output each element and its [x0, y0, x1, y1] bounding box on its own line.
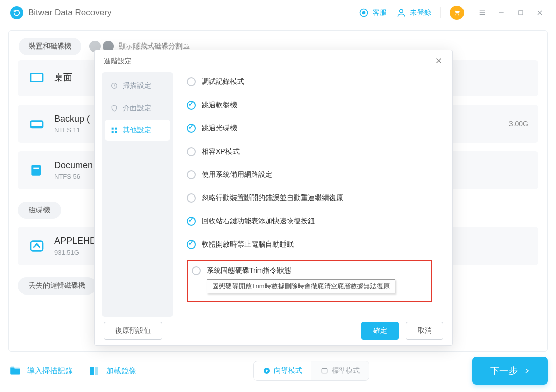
disk-icon: [28, 161, 46, 179]
shield-icon: [110, 104, 119, 113]
tab-label: 掃描設定: [123, 81, 151, 90]
titlebar-right: 客服 未登錄: [358, 6, 546, 20]
item-sub: NTFS 56: [54, 173, 93, 180]
item-title: APPLEHD: [54, 236, 97, 247]
radio-checked-icon: [187, 240, 196, 249]
app-logo-icon: [10, 6, 23, 19]
item-title: Backup (: [54, 114, 90, 124]
opt-label: 忽略行動裝置斷開的錯誤並自動重連繼續復原: [202, 193, 343, 203]
item-size: 3.00G: [509, 120, 528, 128]
folder-icon: [8, 364, 22, 378]
dialog-title: 進階設定: [104, 57, 132, 66]
svg-rect-10: [31, 241, 43, 251]
load-image-link[interactable]: 加載鏡像: [87, 364, 136, 378]
login-label: 未登錄: [410, 8, 431, 17]
standard-mode-button[interactable]: 標準模式: [311, 361, 369, 380]
clock-icon: [110, 81, 119, 90]
item-title: Documen: [54, 160, 93, 171]
chevron-right-icon: [524, 367, 530, 374]
app-title: Bitwar Data Recovery: [28, 8, 111, 18]
svg-rect-16: [112, 128, 114, 130]
tab-scan-settings[interactable]: 掃描設定: [105, 75, 170, 96]
support-icon: [358, 7, 369, 18]
section-drives: 磁碟機: [18, 202, 61, 219]
wizard-label: 向導模式: [274, 366, 302, 375]
item-title: 桌面: [54, 71, 72, 83]
close-icon: [434, 56, 443, 65]
radio-icon: [187, 193, 196, 203]
next-label: 下一步: [490, 365, 518, 377]
close-icon[interactable]: [534, 7, 546, 19]
opt-label: 軟體開啟時禁止電腦自動睡眠: [202, 240, 294, 249]
radio-icon: [187, 147, 196, 156]
highlighted-option: 系統固態硬碟Trim指令狀態 固態硬碟開啟Trim時數據刪除時會徹底清空底層數據…: [187, 260, 432, 302]
login-link[interactable]: 未登錄: [396, 7, 431, 18]
support-label: 客服: [373, 8, 387, 17]
tab-ui-settings[interactable]: 介面設定: [105, 97, 170, 119]
opt-label: 系統固態硬碟Trim指令狀態: [207, 266, 291, 275]
opt-recycle-context[interactable]: 回收站右鍵功能表添加快速恢復按鈕: [187, 217, 432, 226]
opt-label: 跳過軟盤機: [202, 101, 237, 110]
dialog-footer: 復原預設值 確定 取消: [95, 317, 452, 345]
opt-label: 相容XP模式: [202, 147, 240, 156]
wizard-mode-button[interactable]: 向導模式: [254, 361, 311, 380]
support-link[interactable]: 客服: [358, 7, 387, 18]
dialog-close-button[interactable]: [434, 56, 443, 67]
settings-list: 調試記錄模式 跳過軟盤機 跳過光碟機 相容XP模式 使用系統備用網路設定 忽略行…: [173, 72, 445, 317]
settings-side-tabs: 掃描設定 介面設定 其他設定: [102, 72, 173, 317]
opt-skip-floppy[interactable]: 跳過軟盤機: [187, 101, 432, 110]
trim-tooltip: 固態硬碟開啟Trim時數據刪除時會徹底清空底層數據無法復原: [207, 279, 395, 293]
ok-button[interactable]: 確定: [361, 322, 399, 340]
tab-devices[interactable]: 裝置和磁碟機: [19, 38, 81, 55]
radio-checked-icon: [187, 217, 196, 226]
svg-rect-3: [519, 10, 523, 14]
radio-icon: [187, 77, 196, 86]
svg-rect-12: [95, 367, 98, 375]
opt-label: 調試記錄模式: [202, 77, 244, 86]
radio-icon: [187, 170, 196, 179]
item-sub: 931.51G: [54, 249, 97, 256]
opt-backup-network[interactable]: 使用系統備用網路設定: [187, 170, 432, 179]
cart-button[interactable]: [450, 6, 464, 20]
load-image-icon: [87, 364, 101, 378]
next-button[interactable]: 下一步: [472, 357, 548, 385]
svg-rect-7: [31, 126, 43, 128]
svg-rect-5: [31, 81, 43, 82]
svg-rect-14: [322, 368, 327, 373]
window-controls: [476, 7, 546, 19]
tab-label: 其他設定: [123, 126, 151, 135]
opt-disable-sleep[interactable]: 軟體開啟時禁止電腦自動睡眠: [187, 240, 432, 249]
opt-label: 使用系統備用網路設定: [202, 170, 272, 179]
user-icon: [396, 7, 407, 18]
radio-icon: [192, 266, 201, 275]
wizard-icon: [263, 367, 271, 375]
svg-rect-18: [112, 131, 114, 133]
opt-debug[interactable]: 調試記錄模式: [187, 77, 432, 86]
standard-icon: [320, 367, 329, 375]
maximize-icon[interactable]: [515, 7, 527, 19]
dialog-header: 進階設定: [95, 50, 452, 72]
bottom-bar: 導入掃描記錄 加載鏡像 向導模式 標準模式 下一步: [8, 357, 548, 385]
minimize-icon[interactable]: [495, 7, 507, 19]
tab-other-settings[interactable]: 其他設定: [105, 120, 170, 141]
import-label: 導入掃描記錄: [27, 366, 73, 376]
opt-trim-status[interactable]: 系統固態硬碟Trim指令狀態: [192, 266, 427, 275]
menu-icon[interactable]: [476, 7, 488, 19]
opt-ignore-disconnect[interactable]: 忽略行動裝置斷開的錯誤並自動重連繼續復原: [187, 193, 432, 203]
radio-checked-icon: [187, 101, 196, 110]
opt-xp-mode[interactable]: 相容XP模式: [187, 147, 432, 156]
load-label: 加載鏡像: [106, 366, 136, 376]
radio-checked-icon: [187, 124, 196, 133]
import-scan-link[interactable]: 導入掃描記錄: [8, 364, 73, 378]
cancel-button[interactable]: 取消: [406, 322, 443, 340]
opt-label: 回收站右鍵功能表添加快速恢復按鈕: [202, 217, 315, 226]
svg-rect-8: [31, 165, 41, 175]
svg-rect-17: [115, 128, 117, 130]
opt-skip-optical[interactable]: 跳過光碟機: [187, 124, 432, 133]
advanced-settings-dialog: 進階設定 掃描設定 介面設定 其他設定 調試記錄模式 跳過軟盤機 跳過光碟機 相…: [94, 50, 453, 346]
svg-point-1: [362, 11, 366, 14]
restore-defaults-button[interactable]: 復原預設值: [104, 322, 162, 340]
opt-label: 跳過光碟機: [202, 124, 237, 133]
item-sub: NTFS 11: [54, 126, 90, 134]
dialog-body: 掃描設定 介面設定 其他設定 調試記錄模式 跳過軟盤機 跳過光碟機 相容XP模式…: [95, 72, 452, 317]
